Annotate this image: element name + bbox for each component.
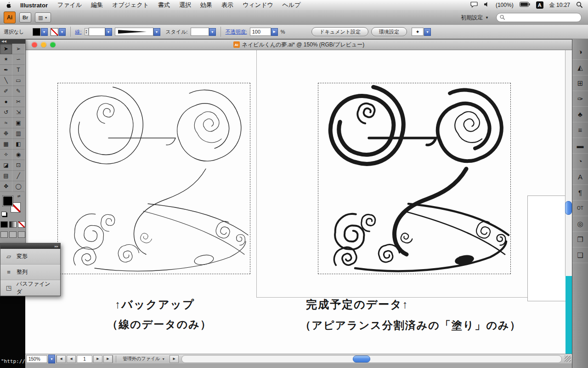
- selection-tool[interactable]: ➤: [0, 44, 12, 54]
- gradient-tool[interactable]: ◧: [12, 139, 25, 150]
- symbols-panel-icon[interactable]: ♣: [572, 107, 588, 122]
- horizontal-scrollbar-thumb[interactable]: [353, 356, 370, 362]
- brush-definition-dropdown[interactable]: ▼: [153, 28, 160, 36]
- color-button[interactable]: [0, 221, 8, 228]
- workspace-switcher[interactable]: 初期設定 ▼: [461, 14, 492, 22]
- graph-tool[interactable]: ▥: [12, 128, 25, 139]
- volume-icon[interactable]: [484, 1, 490, 9]
- vertical-scrollbar[interactable]: [565, 50, 572, 276]
- stroke-color-swatch[interactable]: [51, 28, 58, 36]
- live-paint-selection-tool[interactable]: ⊡: [12, 160, 25, 171]
- paintbrush-tool[interactable]: ✐: [0, 86, 12, 97]
- magic-wand-tool[interactable]: ✶: [0, 54, 12, 65]
- rectangle-tool[interactable]: ▭: [12, 75, 25, 86]
- color-panel-icon[interactable]: ◑: [572, 44, 588, 60]
- expand-panel-icon[interactable]: ▸▸: [55, 244, 58, 248]
- menu-select[interactable]: 選択: [175, 1, 196, 9]
- minimize-button[interactable]: [41, 42, 46, 47]
- battery-icon[interactable]: [520, 2, 530, 8]
- align-panel-icon[interactable]: ≡: [572, 122, 588, 138]
- fullscreen-with-menu-button[interactable]: [9, 231, 17, 238]
- panel-tab-align[interactable]: ≡ 整列: [0, 264, 60, 280]
- status-display-menu[interactable]: 管理外のファイル ▼: [119, 356, 169, 362]
- style-dropdown[interactable]: ▼: [209, 28, 216, 36]
- fill-color-dropdown[interactable]: ▼: [41, 28, 48, 36]
- fill-swatch[interactable]: [3, 196, 13, 206]
- stroke-weight-stepper[interactable]: ▲▼: [85, 28, 89, 35]
- menu-clock[interactable]: 金 10:27: [549, 1, 570, 9]
- zoom-button[interactable]: [50, 42, 56, 47]
- next-page-button[interactable]: ▶: [93, 355, 102, 363]
- slice-tool[interactable]: ╱: [12, 171, 25, 181]
- panel-tab-transform[interactable]: ▱ 変形: [0, 249, 60, 264]
- type-tool[interactable]: T: [12, 65, 25, 75]
- opacity-field[interactable]: 100: [250, 28, 271, 36]
- close-button[interactable]: [32, 42, 37, 47]
- menu-app-name[interactable]: Illustrator: [15, 2, 53, 9]
- fullscreen-mode-button[interactable]: [18, 231, 25, 238]
- document-title-bar[interactable]: Ai ネイビルくんの夢.ai* @ 150% (RGB/プレビュー): [25, 40, 572, 50]
- arrange-documents-button[interactable]: ▥▼: [35, 12, 51, 23]
- final-artwork[interactable]: [318, 83, 511, 274]
- scissors-tool[interactable]: ✂: [12, 97, 25, 107]
- rotate-tool[interactable]: ↺: [0, 107, 12, 118]
- select-similar-icon[interactable]: ✦: [412, 28, 424, 36]
- symbol-sprayer-tool[interactable]: ❉: [0, 128, 12, 139]
- stroke-panel-icon[interactable]: ▬: [572, 138, 588, 154]
- pencil-tool[interactable]: ✎: [12, 86, 25, 97]
- menu-effect[interactable]: 効果: [196, 1, 217, 9]
- blob-brush-tool[interactable]: ●: [0, 97, 12, 107]
- search-input[interactable]: [507, 14, 569, 21]
- go-to-bridge-button[interactable]: Br: [19, 12, 31, 23]
- apple-menu-icon[interactable]: [6, 2, 11, 9]
- warp-tool[interactable]: ≈: [0, 118, 12, 128]
- hand-tool[interactable]: ✥: [0, 181, 12, 192]
- line-segment-tool[interactable]: ╲: [0, 75, 12, 86]
- menu-file[interactable]: ファイル: [53, 1, 86, 9]
- horizontal-scrollbar[interactable]: [181, 355, 562, 363]
- eyedropper-tool[interactable]: ✧: [0, 150, 12, 160]
- stroke-panel-link[interactable]: 線:: [75, 29, 82, 35]
- opacity-panel-link[interactable]: 不透明度:: [226, 29, 247, 35]
- transparency-panel-icon[interactable]: ◔: [572, 154, 588, 169]
- menu-type[interactable]: 書式: [153, 1, 175, 9]
- tools-panel-header[interactable]: ◀◀: [0, 39, 25, 44]
- last-page-button[interactable]: ▶: [103, 355, 113, 363]
- zoom-level-field[interactable]: 150%: [26, 355, 47, 363]
- menu-help[interactable]: ヘルプ: [278, 1, 305, 9]
- zoom-tool[interactable]: ◯: [12, 181, 25, 192]
- none-button[interactable]: [18, 221, 25, 228]
- stroke-weight-dropdown[interactable]: ▼: [105, 28, 112, 36]
- free-transform-tool[interactable]: ▣: [12, 118, 25, 128]
- layers-panel-icon[interactable]: ❏: [572, 247, 588, 263]
- swatches-panel-icon[interactable]: ⊞: [572, 75, 588, 91]
- swap-fill-stroke-icon[interactable]: ⇄: [17, 194, 21, 198]
- canvas[interactable]: ↑バックアップ （線のデータのみ） 完成予定のデータ↑ （アピアランス分割済みの…: [25, 50, 572, 354]
- document-setup-button[interactable]: ドキュメント設定: [311, 27, 368, 36]
- opentype-panel-icon[interactable]: OT: [572, 201, 588, 216]
- stroke-color-dropdown[interactable]: ▼: [59, 28, 66, 36]
- pen-tool[interactable]: ✒: [0, 65, 12, 75]
- fill-color-swatch[interactable]: [33, 28, 40, 36]
- normal-screen-mode-button[interactable]: [0, 231, 8, 238]
- floating-panel-header[interactable]: ▸▸: [0, 243, 60, 249]
- menu-view[interactable]: 表示: [217, 1, 238, 9]
- panel-tab-pathfinder[interactable]: ◳ パスファインダ: [0, 280, 60, 296]
- opacity-dropdown[interactable]: ▶: [271, 28, 278, 36]
- select-similar-dropdown[interactable]: ▼: [424, 28, 431, 36]
- first-page-button[interactable]: ◀: [56, 355, 66, 363]
- search-box[interactable]: [496, 13, 582, 22]
- default-fill-stroke-icon[interactable]: [1, 212, 6, 216]
- character-panel-icon[interactable]: A: [572, 169, 588, 185]
- menu-object[interactable]: オブジェクト: [107, 1, 153, 9]
- zoom-level-dropdown[interactable]: ▼: [48, 355, 55, 363]
- direct-selection-tool[interactable]: ➢: [12, 44, 25, 54]
- live-paint-bucket-tool[interactable]: ◪: [0, 160, 12, 171]
- vertical-scrollbar-thumb[interactable]: [565, 201, 572, 215]
- page-number-field[interactable]: 1: [77, 355, 92, 363]
- attributes-panel-icon[interactable]: ◎: [572, 216, 588, 232]
- paragraph-panel-icon[interactable]: ¶: [572, 185, 588, 201]
- gradient-button[interactable]: [9, 221, 17, 228]
- graphic-styles-panel-icon[interactable]: ❐: [572, 232, 588, 247]
- chat-bubble-icon[interactable]: [470, 1, 478, 9]
